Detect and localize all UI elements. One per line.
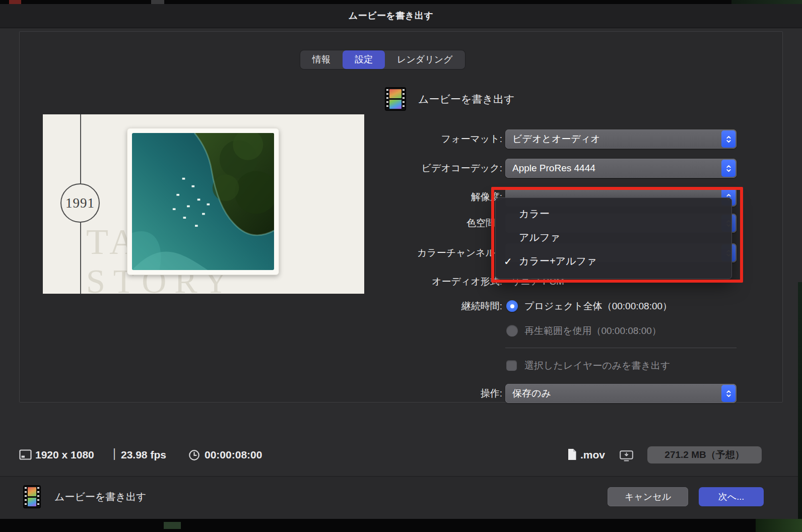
menu-item-color[interactable]: カラー: [496, 202, 731, 226]
movie-preview: TA s STORY 1991: [43, 114, 364, 294]
menu-item-label: アルファ: [519, 231, 560, 244]
selected-layers-checkbox[interactable]: [506, 360, 517, 371]
format-popup-value: ビデオとオーディオ: [512, 132, 600, 146]
menu-item-label: カラー: [519, 207, 550, 221]
frame-size-icon: [19, 449, 32, 460]
codec-popup[interactable]: Apple ProRes 4444: [505, 159, 737, 178]
preview-photo: [127, 128, 279, 275]
background-app-edge-top: [0, 0, 802, 4]
background-fragment: [164, 522, 181, 529]
format-label: フォーマット:: [441, 132, 502, 146]
codec-popup-value: Apple ProRes 4444: [512, 163, 595, 174]
tab-settings[interactable]: 設定: [343, 50, 385, 69]
background-fragment: [151, 0, 164, 4]
audio-format-label: オーディオ形式:: [432, 275, 502, 288]
duration-label: 継続時間:: [461, 299, 502, 313]
checkmark-icon: ✓: [504, 255, 519, 268]
duration-range-label: 再生範囲を使用（00:00:08:00）: [524, 324, 661, 338]
document-icon: [567, 448, 577, 460]
preview-year-badge: 1991: [60, 183, 100, 223]
background-app-edge-bottom: [0, 519, 802, 532]
export-movie-dialog: ムービーを書き出す 情報 設定 レンダリング TA s STORY 1991: [0, 0, 802, 532]
footer-title: ムービーを書き出す: [54, 490, 146, 504]
tab-info[interactable]: 情報: [300, 50, 343, 69]
duration-project-label: プロジェクト全体（00:00:08:00）: [524, 299, 672, 313]
background-fragment: [9, 0, 21, 4]
codec-label: ビデオコーデック:: [422, 161, 502, 175]
export-section-title: ムービーを書き出す: [418, 92, 514, 106]
menu-item-color-plus-alpha[interactable]: ✓ カラー+アルファ: [496, 249, 731, 273]
form-divider: [505, 348, 737, 348]
background-fragment: [756, 519, 802, 532]
format-popup[interactable]: ビデオとオーディオ: [505, 129, 737, 149]
estimated-size-badge: 271.2 MB（予想）: [647, 446, 762, 463]
action-popup[interactable]: 保存のみ: [505, 384, 737, 403]
status-fps: 23.98 fps: [121, 448, 166, 462]
background-app-edge-right: [798, 282, 802, 519]
menu-item-alpha[interactable]: アルファ: [496, 226, 731, 249]
island-photo-image: [132, 133, 274, 270]
status-extension: .mov: [580, 448, 605, 462]
colorspace-label: 色空間: [466, 216, 495, 230]
cancel-button[interactable]: キャンセル: [608, 487, 688, 506]
movie-file-icon: [24, 486, 40, 508]
duration-project-radio[interactable]: [506, 300, 518, 312]
background-fragment: [731, 0, 802, 4]
stepper-icon: [721, 160, 736, 177]
display-icon: [620, 450, 633, 461]
duration-range-radio[interactable]: [506, 325, 518, 337]
action-label: 操作:: [481, 386, 502, 400]
color-channels-menu: カラー アルファ ✓ カラー+アルファ: [495, 197, 732, 279]
clock-icon: [188, 449, 200, 461]
color-channels-label: カラーチャンネル: [417, 246, 495, 259]
status-separator: |: [113, 447, 116, 460]
tab-bar: 情報 設定 レンダリング: [300, 50, 465, 69]
menu-item-label: カラー+アルファ: [519, 254, 597, 268]
next-button[interactable]: 次へ...: [699, 487, 764, 506]
tab-rendering[interactable]: レンダリング: [385, 50, 465, 69]
dialog-title-bar: ムービーを書き出す: [0, 4, 802, 28]
status-timecode: 00:00:08:00: [205, 448, 262, 462]
dialog-title: ムービーを書き出す: [0, 10, 782, 22]
movie-file-icon: [385, 88, 406, 110]
selected-layers-label: 選択したレイヤーのみを書き出す: [524, 359, 670, 372]
stepper-icon: [721, 385, 736, 402]
stepper-icon: [721, 130, 736, 148]
status-resolution: 1920 x 1080: [35, 448, 94, 462]
action-popup-value: 保存のみ: [512, 387, 551, 400]
